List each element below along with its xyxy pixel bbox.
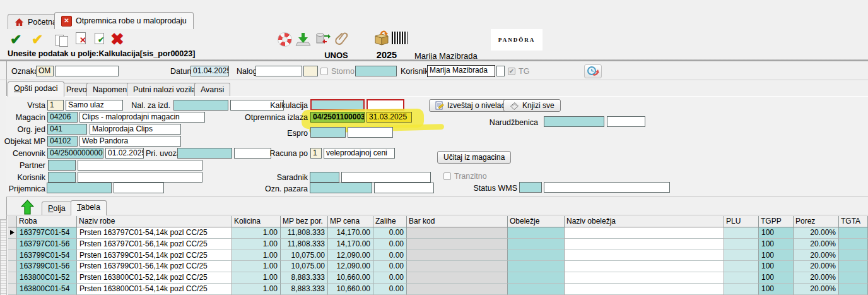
cell-naziv-obelezja[interactable] xyxy=(565,227,724,239)
cell-tgta[interactable] xyxy=(839,239,868,250)
cell-tgpp[interactable]: 100 xyxy=(759,250,794,262)
cell-naziv-obelezja[interactable] xyxy=(565,239,724,250)
ucitaj-iz-magacina-button[interactable]: Učitaj iz magacina xyxy=(437,151,511,164)
row-marker-cell[interactable] xyxy=(8,250,17,262)
pri-uvoza-code-field[interactable] xyxy=(177,148,232,159)
cell-obelezje[interactable] xyxy=(508,272,565,284)
table-row[interactable]: 163800C01-54Prsten 163800C01-54,14k pozl… xyxy=(8,284,868,295)
row-marker-cell[interactable] xyxy=(8,261,17,272)
cell-tgpp[interactable]: 100 xyxy=(759,227,794,239)
delete-document-icon[interactable]: ✕ xyxy=(76,32,86,44)
cell-tgta[interactable] xyxy=(839,272,868,284)
cell-plu[interactable] xyxy=(724,284,759,295)
cell-naziv[interactable]: Prsten 163797C01-56,14k pozl CC/25 xyxy=(77,239,232,250)
confirm-icon[interactable]: ✔ xyxy=(10,32,21,48)
cell-mp-cena[interactable]: 14,170.00 xyxy=(328,227,373,239)
column-header-naziv-robe[interactable]: Naziv robe xyxy=(77,216,232,227)
column-header-tgpp[interactable]: TGPP xyxy=(759,216,794,227)
storno-ref-field[interactable] xyxy=(355,66,397,76)
cell-bar-kod[interactable] xyxy=(407,239,508,250)
cell-roba[interactable]: 163797C01-56 xyxy=(17,239,77,250)
cell-mp-bez[interactable]: 11,808.333 xyxy=(281,239,328,250)
korisnik-code-field[interactable] xyxy=(496,66,505,76)
table-row[interactable]: 163799C01-56Prsten 163799C01-56,14k pozl… xyxy=(8,261,868,272)
datum-field[interactable]: 01.04.2025 xyxy=(191,66,229,76)
cell-kolicina[interactable]: 1.00 xyxy=(232,227,281,239)
cell-kolicina[interactable]: 1.00 xyxy=(232,250,281,262)
cell-roba[interactable]: 163799C01-56 xyxy=(17,261,77,272)
otpremnica-izlaza-code-field[interactable]: 04/250110000306 xyxy=(310,112,365,123)
otpremnica-izlaza-date-field[interactable]: 31.03.2025 xyxy=(367,112,412,123)
cell-roba[interactable]: 163800C01-52 xyxy=(17,272,77,284)
column-header-zalihe[interactable]: Zalihe xyxy=(373,216,407,227)
cell-tgta[interactable] xyxy=(839,227,868,239)
objekat-mp-code-field[interactable]: 04102 xyxy=(47,136,78,147)
nalog-code-field[interactable] xyxy=(303,66,318,76)
cell-obelezje[interactable] xyxy=(508,250,565,262)
column-header-tgta[interactable]: TGTA xyxy=(839,216,868,227)
status-wms-code-field[interactable] xyxy=(519,182,542,193)
cell-bar-kod[interactable] xyxy=(407,272,508,284)
column-header-plu[interactable]: PLU xyxy=(724,216,759,227)
column-header-bar-kod[interactable]: Bar kod xyxy=(407,216,508,227)
verify-document-icon[interactable]: ✔ xyxy=(95,33,104,44)
cell-bar-kod[interactable] xyxy=(407,250,508,262)
cell-plu[interactable] xyxy=(724,250,759,262)
cell-naziv[interactable]: Prsten 163799C01-56,14k pozl CC/25 xyxy=(77,261,232,272)
row-marker-cell[interactable] xyxy=(8,284,17,295)
cell-mp-cena[interactable]: 12,090.00 xyxy=(328,250,373,262)
saradnik-code-field[interactable] xyxy=(310,172,339,183)
tg-checkbox[interactable]: ✔ xyxy=(508,68,515,75)
cenovnik-date-field[interactable]: 01.02.2025 xyxy=(105,148,144,159)
cell-mp-cena[interactable]: 14,170.00 xyxy=(328,239,373,250)
korisnik-name-field[interactable] xyxy=(78,172,202,183)
ozn-pazara-code-field[interactable] xyxy=(310,183,372,193)
cell-plu[interactable] xyxy=(724,272,759,284)
partner-code-field[interactable] xyxy=(48,160,76,171)
cell-tgta[interactable] xyxy=(839,284,868,295)
cell-plu[interactable] xyxy=(724,261,759,272)
cell-porez[interactable]: 20.00% xyxy=(794,239,839,250)
cell-obelezje[interactable] xyxy=(508,284,565,295)
row-marker-cell[interactable] xyxy=(8,272,17,284)
cell-zalihe[interactable]: 0.00 xyxy=(373,284,407,295)
ozn-pazara-name-field[interactable] xyxy=(374,183,434,193)
db-transfer-icon[interactable] xyxy=(315,32,331,46)
table-row[interactable]: 163797C01-56Prsten 163797C01-56,14k pozl… xyxy=(8,239,868,250)
column-header-mp-bez-por-[interactable]: MP bez por. xyxy=(281,216,328,227)
cell-zalihe[interactable]: 0.00 xyxy=(373,227,407,239)
copy-document-icon[interactable] xyxy=(55,33,68,47)
status-wms-name-field[interactable] xyxy=(544,182,670,193)
cell-porez[interactable]: 20.00% xyxy=(794,250,839,262)
cell-naziv-obelezja[interactable] xyxy=(565,284,724,295)
korisnik-header-field[interactable]: Marija Mazibrada xyxy=(427,65,495,77)
cell-plu[interactable] xyxy=(724,227,759,239)
cell-mp-cena[interactable]: 12,090.00 xyxy=(328,261,373,272)
cell-mp-bez[interactable]: 11,808.333 xyxy=(281,227,328,239)
org-jed-code-field[interactable]: 041 xyxy=(47,124,87,135)
cell-mp-bez[interactable]: 8,883.333 xyxy=(281,284,328,295)
objekat-mp-name-field[interactable]: Web Pandora xyxy=(79,136,181,147)
cell-mp-bez[interactable]: 10,075.00 xyxy=(281,250,328,262)
cell-plu[interactable] xyxy=(724,239,759,250)
column-header-porez[interactable]: Porez xyxy=(794,216,839,227)
cell-naziv[interactable]: Prsten 163799C01-54,14k pozl CC/25 xyxy=(77,250,232,262)
import-icon[interactable] xyxy=(295,32,311,46)
cell-tgpp[interactable]: 100 xyxy=(759,272,794,284)
vrsta-code-field[interactable]: 1 xyxy=(47,100,64,111)
package-icon[interactable] xyxy=(373,30,390,45)
cell-mp-cena[interactable]: 10,660.00 xyxy=(328,284,373,295)
table-row[interactable]: 163797C01-54Prsten 163797C01-54,14k pozl… xyxy=(8,227,868,239)
confirm-alt-icon[interactable]: ✔ xyxy=(32,32,43,48)
attachment-icon[interactable] xyxy=(334,31,349,46)
cell-roba[interactable]: 163800C01-54 xyxy=(17,284,77,295)
cell-tgpp[interactable]: 100 xyxy=(759,284,794,295)
form-tab-opsti-podaci[interactable]: Opšti podaci xyxy=(8,81,64,97)
partner-name-field[interactable] xyxy=(78,160,202,171)
narudzbenica-name-field[interactable] xyxy=(607,116,645,127)
espro-name-field[interactable] xyxy=(348,127,393,138)
cell-naziv[interactable]: Prsten 163800C01-52,14k pozl CC/25 xyxy=(77,272,232,284)
espro-code-field[interactable] xyxy=(310,127,346,138)
cell-porez[interactable]: 20.00% xyxy=(794,284,839,295)
column-header-kolicina[interactable]: Kolicina xyxy=(232,216,281,227)
